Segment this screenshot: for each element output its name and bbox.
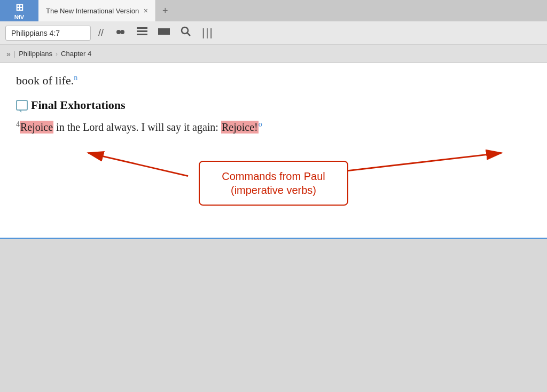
breadcrumb-chapter[interactable]: Chapter 4 <box>61 50 91 58</box>
resources-icon <box>114 27 126 37</box>
arrows-svg <box>0 63 547 238</box>
verse-number: 4 <box>16 120 20 128</box>
app-window: ⊞ NIV ▼ The New International Version × … <box>0 0 547 392</box>
svg-rect-6 <box>158 28 170 35</box>
second-rejoice: Rejoice! <box>221 121 259 134</box>
svg-point-0 <box>116 30 121 34</box>
content-area: book of life.n Final Exhortations 4Rejoi… <box>0 63 547 239</box>
view-button[interactable] <box>155 25 173 41</box>
svg-point-1 <box>120 30 124 34</box>
search-icon <box>181 26 191 37</box>
callout-line2: (imperative verbs) <box>231 184 316 196</box>
layout-button[interactable] <box>134 25 151 41</box>
svg-line-10 <box>88 153 188 176</box>
svg-point-7 <box>182 27 188 34</box>
tab-add-button[interactable]: + <box>156 0 175 21</box>
svg-line-8 <box>187 33 191 36</box>
callout-box: Commands from Paul (imperative verbs) <box>199 161 348 206</box>
svg-rect-5 <box>137 34 147 35</box>
svg-rect-2 <box>137 27 147 29</box>
view-icon <box>158 27 170 36</box>
first-rejoice: Rejoice <box>20 121 53 134</box>
svg-line-11 <box>302 153 501 176</box>
callout-line1: Commands from Paul <box>222 170 325 182</box>
dropdown-arrow-icon: ▼ <box>17 15 21 20</box>
verse-middle-text: in the Lord always. I will say it again: <box>53 121 221 133</box>
tab-title: The New International Version <box>46 7 139 15</box>
breadcrumb-arrow: › <box>56 50 58 58</box>
resources-button[interactable] <box>111 25 129 41</box>
partial-verse-words: book of life. <box>16 74 74 87</box>
layout-icon <box>137 27 147 36</box>
tab-close-button[interactable]: × <box>144 6 148 15</box>
footnote-n: n <box>74 74 77 82</box>
breadcrumb-separator-left: | <box>14 50 15 58</box>
partial-verse-text: book of life.n <box>16 74 531 88</box>
verse-line: 4Rejoice in the Lord always. I will say … <box>16 119 531 135</box>
parallel-button[interactable]: // <box>95 25 107 41</box>
breadcrumb-book[interactable]: Philippians <box>19 50 52 58</box>
annotation-overlay: Commands from Paul (imperative verbs) <box>0 63 547 238</box>
lower-area <box>0 239 547 392</box>
footnote-o: o <box>259 120 262 128</box>
section-heading: Final Exhortations <box>31 98 126 112</box>
tab-bar: ⊞ NIV ▼ The New International Version × … <box>0 0 547 21</box>
section-heading-row: Final Exhortations <box>16 98 531 112</box>
svg-rect-4 <box>140 30 147 32</box>
columns-button[interactable]: ||| <box>199 25 217 41</box>
app-icon-button[interactable]: ⊞ NIV ▼ <box>0 0 38 21</box>
comment-icon <box>16 100 28 111</box>
breadcrumb-bar: » | Philippians › Chapter 4 <box>0 45 547 63</box>
breadcrumb-expand-button[interactable]: » <box>6 50 11 58</box>
search-button[interactable] <box>177 24 194 42</box>
toolbar: // ||| <box>0 21 547 45</box>
reference-input[interactable] <box>5 26 91 41</box>
app-cross-icon: ⊞ <box>15 2 24 13</box>
main-tab[interactable]: The New International Version × <box>38 0 156 21</box>
